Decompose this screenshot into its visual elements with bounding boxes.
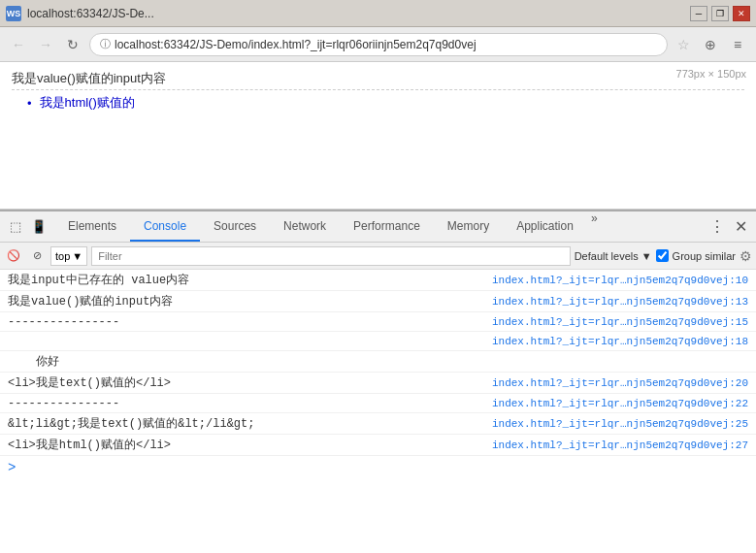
tab-memory[interactable]: Memory [434,211,503,242]
tab-network[interactable]: Network [270,211,340,242]
menu-button[interactable]: ≡ [727,34,748,55]
console-settings-gear[interactable]: ⚙ [740,248,752,264]
refresh-button[interactable]: ↻ [62,34,83,55]
console-row: ----------------index.html?_ijt=rlqr…njn… [0,312,756,332]
device-icon[interactable]: 📱 [27,215,50,239]
devtools-tabs: Elements Console Sources Network Perform… [54,211,602,242]
context-arrow: ▼ [72,250,82,262]
app-icon: WS [6,6,21,21]
url-bar[interactable]: ⓘ localhost:63342/JS-Demo/index.html?_ij… [89,33,668,56]
console-row: 我是input中已存在的 value内容index.html?_ijt=rlqr… [0,270,756,291]
prompt-symbol: > [8,460,16,475]
clear-console-button[interactable]: 🚫 [4,246,23,266]
console-row-link[interactable]: index.html?_ijt=rlqr…njn5em2q7q9d0vej:18 [492,336,748,347]
console-row-link[interactable]: index.html?_ijt=rlqr…njn5em2q7q9d0vej:25 [492,418,748,430]
secure-icon: ⓘ [100,37,111,51]
more-tabs-button[interactable]: » [587,211,602,242]
console-row-text: 我是value()赋值的input内容 [8,293,492,309]
levels-label: Default levels [575,250,639,262]
address-bar: ← → ↻ ⓘ localhost:63342/JS-Demo/index.ht… [0,27,756,62]
console-row-text: <li>我是text()赋值的</li> [8,374,492,391]
devtools-panel: ⬚ 📱 Elements Console Sources Network Per… [0,210,756,553]
console-row: <li>我是html()赋值的</li>index.html?_ijt=rlqr… [0,435,756,456]
tab-performance[interactable]: Performance [340,211,434,242]
page-content: 773px × 150px 我是value()赋值的input内容 • 我是ht… [0,62,756,210]
context-label: top [55,250,70,262]
url-text: localhost:63342/JS-Demo/index.html?_ijt=… [115,38,657,51]
console-filter-input[interactable] [91,246,570,266]
levels-arrow: ▼ [641,250,652,262]
window-controls: ─ ❐ ✕ [690,6,750,21]
context-selector[interactable]: top ▼ [50,246,87,266]
cast-button[interactable]: ⊕ [700,34,721,55]
console-row-text: <li>我是html()赋值的</li> [8,437,492,453]
console-row: 我是value()赋值的input内容index.html?_ijt=rlqr…… [0,291,756,312]
tab-console[interactable]: Console [130,211,200,242]
forward-button[interactable]: → [35,34,56,55]
filter-toggle-button[interactable]: ⊘ [27,246,47,266]
console-row-text: ---------------- [8,315,492,329]
console-row-text: &lt;li&gt;我是text()赋值的&lt;/li&gt; [8,415,492,432]
console-row-link[interactable]: index.html?_ijt=rlqr…njn5em2q7q9d0vej:22 [492,398,748,409]
console-row: 你好 [0,351,756,373]
console-row-link[interactable]: index.html?_ijt=rlqr…njn5em2q7q9d0vej:15 [492,316,748,328]
devtools-close-button[interactable]: ✕ [729,215,752,239]
tab-elements[interactable]: Elements [54,211,130,242]
title-text: localhost:63342/JS-De... [27,7,690,20]
console-row-text: ---------------- [8,397,492,410]
console-output: 我是input中已存在的 value内容index.html?_ijt=rlqr… [0,270,756,553]
console-row-link[interactable]: index.html?_ijt=rlqr…njn5em2q7q9d0vej:27 [492,439,748,451]
levels-selector[interactable]: Default levels ▼ [575,250,652,262]
console-row-text: 你好 [8,353,748,370]
console-row-link[interactable]: index.html?_ijt=rlqr…njn5em2q7q9d0vej:10 [492,275,748,286]
group-similar-checkbox[interactable] [656,249,669,262]
console-row: ----------------index.html?_ijt=rlqr…njn… [0,394,756,413]
group-similar-label: Group similar [673,250,736,262]
page-dimensions: 773px × 150px [676,68,746,80]
console-row: &lt;li&gt;我是text()赋值的&lt;/li&gt;index.ht… [0,413,756,435]
title-bar: WS localhost:63342/JS-De... ─ ❐ ✕ [0,0,756,27]
console-row-link[interactable]: index.html?_ijt=rlqr…njn5em2q7q9d0vej:13 [492,296,748,308]
console-row: <li>我是text()赋值的</li>index.html?_ijt=rlqr… [0,373,756,394]
page-line2-text: 我是html()赋值的 [40,94,135,112]
page-line2: • 我是html()赋值的 [27,94,744,112]
bookmark-star[interactable]: ☆ [674,37,694,52]
console-prompt[interactable]: > [0,456,756,479]
tab-application[interactable]: Application [503,211,587,242]
console-row-text: 我是input中已存在的 value内容 [8,272,492,288]
maximize-button[interactable]: ❐ [711,6,729,21]
inspector-icon[interactable]: ⬚ [4,215,27,239]
devtools-tabbar: ⬚ 📱 Elements Console Sources Network Per… [0,211,756,243]
console-row: index.html?_ijt=rlqr…njn5em2q7q9d0vej:18 [0,332,756,351]
console-toolbar: 🚫 ⊘ top ▼ Default levels ▼ Group similar… [0,243,756,270]
close-button[interactable]: ✕ [733,6,750,21]
back-button[interactable]: ← [8,34,29,55]
console-row-link[interactable]: index.html?_ijt=rlqr…njn5em2q7q9d0vej:20 [492,377,748,389]
devtools-menu-button[interactable]: ⋮ [706,215,729,239]
bullet-point: • [27,96,32,111]
tab-sources[interactable]: Sources [200,211,270,242]
page-line1: 我是value()赋值的input内容 [12,70,744,90]
minimize-button[interactable]: ─ [690,6,707,21]
